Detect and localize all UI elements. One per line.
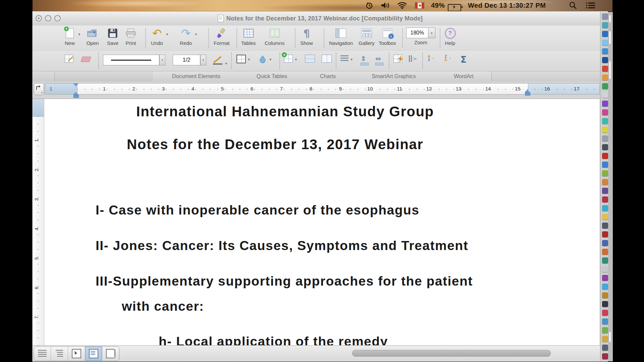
tab-smartart-graphics[interactable]: SmartArt Graphics	[352, 71, 436, 81]
show-button[interactable]: ¶ Show	[300, 27, 313, 46]
dock-app-icon[interactable]	[602, 162, 608, 168]
merge-cells-button[interactable]	[305, 55, 315, 63]
format-button[interactable]: Format	[214, 27, 230, 46]
tab-quick-tables[interactable]: Quick Tables	[239, 71, 305, 81]
dock-app-icon[interactable]	[602, 327, 608, 333]
dock-app-icon[interactable]	[602, 345, 608, 351]
sort-ascending-button[interactable]: AZ↓	[428, 55, 430, 61]
wifi-icon[interactable]	[397, 0, 408, 11]
dock-app-icon[interactable]	[602, 153, 608, 159]
eraser-button[interactable]	[82, 55, 90, 62]
navigation-button[interactable]: Navigation	[329, 27, 353, 46]
zoom-dropdown-button[interactable]: ▾	[428, 27, 435, 38]
dock-app-icon[interactable]	[602, 13, 608, 19]
dock-app-icon[interactable]	[602, 257, 608, 263]
new-button[interactable]: +▾ New	[63, 27, 76, 46]
open-button[interactable]: Open	[86, 27, 99, 46]
tab-blank[interactable]	[54, 71, 154, 81]
dock-app-icon[interactable]	[602, 196, 608, 202]
dock-app-icon[interactable]	[602, 170, 608, 176]
tabstop-selector[interactable]: ▾	[34, 83, 44, 95]
border-color-button[interactable]: ▾	[212, 55, 227, 66]
dock-app-icon[interactable]	[602, 83, 608, 89]
cell-alignment-button[interactable]: ▾	[340, 55, 348, 62]
dock-app-icon[interactable]	[602, 40, 608, 46]
dock-app-icon[interactable]	[602, 301, 608, 307]
columns-button[interactable]: Columns	[265, 27, 284, 46]
dock-app-icon[interactable]	[602, 336, 608, 342]
redo-button[interactable]: ↷▾ Redo	[179, 27, 192, 46]
print-button[interactable]: Print	[124, 27, 137, 46]
dock-app-icon[interactable]	[602, 188, 608, 194]
line-style-dropdown[interactable]: ▾	[103, 55, 165, 65]
undo-button[interactable]: ↶▾ Undo	[151, 27, 163, 46]
dock-app-icon[interactable]	[602, 353, 608, 359]
time-machine-icon[interactable]	[365, 0, 373, 11]
dock-app-icon[interactable]	[602, 66, 608, 72]
document-area[interactable]: 12345678 International Hahnemannian Stud…	[33, 99, 600, 346]
dock-app-icon[interactable]	[602, 92, 608, 98]
hanging-indent-marker[interactable]	[73, 89, 79, 98]
dock-app-icon[interactable]	[602, 57, 608, 63]
dock-app-icon[interactable]	[602, 310, 608, 316]
horizontal-ruler[interactable]: 1 1234567891011121314151617	[45, 83, 600, 95]
save-button[interactable]: Save	[106, 27, 119, 46]
dock-app-icon[interactable]	[602, 318, 608, 324]
dock-app-icon[interactable]	[602, 74, 608, 80]
line-weight-dropdown[interactable]: 1/2 ▾	[173, 55, 206, 65]
notification-list-icon[interactable]	[585, 0, 596, 11]
dock-app-icon[interactable]	[602, 214, 608, 220]
autosum-button[interactable]: Σ	[461, 55, 467, 65]
borders-button[interactable]: ▾	[236, 55, 246, 63]
outline-view-button[interactable]	[51, 347, 68, 361]
window-titlebar[interactable]: Notes for the December 13, 2017 Webinar.…	[33, 11, 608, 26]
dock-app-icon[interactable]	[602, 231, 608, 237]
zoom-value-field[interactable]: 180%	[406, 27, 428, 38]
dock-app-icon[interactable]	[602, 22, 608, 28]
draw-table-button[interactable]	[65, 55, 73, 63]
dock-app-icon[interactable]	[602, 292, 608, 298]
shading-button[interactable]: ▾	[258, 55, 267, 65]
insert-table-button[interactable]: + ▾	[284, 55, 293, 63]
dock-app-icon[interactable]	[602, 135, 608, 141]
publishing-layout-view-button[interactable]	[68, 347, 85, 361]
document-proxy-icon[interactable]	[218, 15, 224, 22]
table-autoformat-button[interactable]	[393, 55, 402, 63]
gallery-button[interactable]: Gallery	[359, 27, 375, 46]
tab-wordart[interactable]: WordArt	[436, 71, 492, 81]
dock-app-icon[interactable]	[602, 266, 608, 272]
tab-document-elements[interactable]: Document Elements	[153, 71, 240, 81]
dock-app-icon[interactable]	[602, 223, 608, 229]
dock-app-icon[interactable]	[602, 249, 608, 255]
dock-app-icon[interactable]	[602, 284, 608, 290]
dock-app-icon[interactable]	[602, 179, 608, 185]
volume-icon[interactable]	[381, 0, 391, 11]
split-cells-button[interactable]	[322, 55, 332, 63]
vertical-ruler[interactable]: 12345678	[33, 99, 44, 346]
help-button[interactable]: ? Help	[444, 27, 457, 46]
dock-app-icon[interactable]	[602, 205, 608, 211]
dock-app-icon[interactable]	[602, 127, 608, 133]
draft-view-button[interactable]	[34, 347, 51, 361]
horizontal-scrollbar-thumb[interactable]	[352, 350, 551, 357]
sort-descending-button[interactable]: ZA↓	[444, 55, 447, 61]
dock-app-icon[interactable]	[602, 240, 608, 246]
notebook-layout-view-button[interactable]	[102, 347, 119, 361]
tables-button[interactable]: Tables	[241, 27, 256, 46]
dock-app-icon[interactable]	[602, 144, 608, 150]
right-indent-marker[interactable]	[525, 87, 530, 96]
first-line-indent-marker[interactable]	[73, 83, 78, 89]
tab-charts[interactable]: Charts	[304, 71, 352, 81]
dock-app-icon[interactable]	[602, 109, 608, 115]
spotlight-search-icon[interactable]	[569, 0, 577, 11]
dock-app-icon[interactable]	[602, 275, 608, 281]
text-direction-button[interactable]: ≻	[409, 55, 417, 62]
dock-app-icon[interactable]	[602, 31, 608, 37]
print-layout-view-button[interactable]	[85, 347, 102, 361]
canada-flag-icon[interactable]	[415, 3, 424, 8]
dock-app-icon[interactable]	[602, 101, 608, 107]
dock-app-icon[interactable]	[602, 48, 608, 54]
menubar-clock[interactable]: Wed Dec 13 1:30:27 PM	[468, 0, 546, 11]
dock-app-icon[interactable]	[602, 118, 608, 124]
toolbox-button[interactable]: i Toolbox	[379, 27, 396, 46]
